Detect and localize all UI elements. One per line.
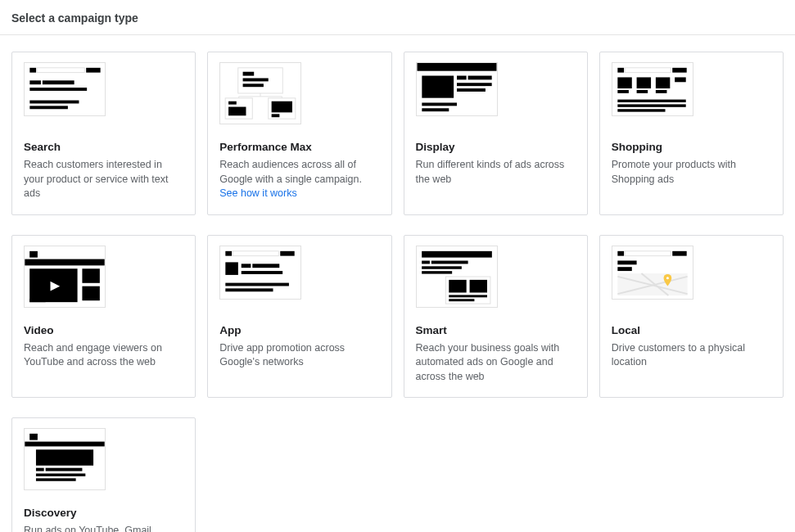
svg-rect-64 [422, 271, 452, 273]
svg-rect-40 [656, 90, 667, 93]
card-performance-max-desc: Reach audiences across all of Google wit… [219, 158, 379, 201]
thumb-performance-max [219, 62, 379, 133]
card-smart-desc: Reach your business goals with automated… [416, 341, 576, 385]
thumb-local [612, 246, 771, 316]
svg-rect-26 [468, 76, 491, 80]
card-shopping-desc: Promote your products with Shopping ads [612, 158, 771, 187]
svg-rect-30 [422, 108, 449, 111]
svg-rect-53 [280, 250, 294, 255]
svg-rect-38 [617, 90, 629, 93]
card-display-desc: Run different kinds of ads across the we… [416, 158, 576, 187]
card-app-desc: Drive app promotion across Google's netw… [219, 341, 379, 370]
svg-rect-84 [46, 468, 83, 471]
svg-rect-81 [25, 442, 104, 447]
svg-rect-12 [243, 83, 264, 87]
svg-rect-5 [43, 80, 75, 84]
thumb-app [219, 246, 379, 316]
svg-rect-69 [449, 299, 474, 301]
svg-rect-3 [86, 68, 100, 73]
card-search-desc: Reach customers interested in your produ… [24, 158, 183, 201]
thumb-display [416, 62, 576, 133]
svg-rect-7 [29, 101, 79, 104]
svg-rect-37 [675, 77, 686, 82]
svg-rect-11 [243, 79, 269, 82]
thumb-smart [416, 246, 576, 316]
svg-rect-44 [29, 250, 38, 257]
svg-rect-34 [617, 77, 631, 88]
svg-rect-28 [457, 88, 486, 92]
card-local-desc: Drive customers to a physical location [612, 341, 771, 370]
svg-rect-39 [636, 90, 648, 93]
svg-rect-58 [226, 282, 290, 286]
svg-rect-83 [36, 468, 44, 471]
card-shopping[interactable]: Shopping Promote your products with Shop… [599, 52, 784, 215]
svg-rect-29 [422, 102, 457, 106]
svg-rect-50 [82, 286, 99, 300]
svg-rect-2 [37, 68, 84, 73]
svg-rect-54 [226, 262, 239, 275]
card-video[interactable]: Video Reach and engage viewers on YouTub… [11, 235, 196, 399]
svg-rect-49 [82, 268, 99, 283]
pmax-see-how-link[interactable]: See how it works [219, 187, 296, 199]
svg-rect-70 [617, 250, 624, 255]
card-local[interactable]: Local Drive customers to a physical loca… [599, 235, 784, 399]
card-shopping-title: Shopping [612, 141, 771, 153]
svg-rect-36 [656, 77, 670, 88]
svg-rect-57 [242, 271, 282, 274]
svg-rect-80 [29, 434, 38, 440]
card-discovery-desc: Run ads on YouTube, Gmail, Discover, and… [24, 524, 183, 532]
svg-rect-41 [617, 100, 685, 102]
card-performance-max-title: Performance Max [219, 141, 379, 153]
thumb-shopping [612, 62, 771, 133]
svg-rect-24 [422, 76, 454, 98]
svg-rect-15 [228, 107, 246, 116]
svg-rect-42 [617, 104, 685, 106]
svg-rect-31 [617, 68, 624, 73]
svg-rect-73 [617, 260, 636, 264]
card-discovery[interactable]: Discovery Run ads on YouTube, Gmail, Dis… [11, 417, 196, 532]
thumb-discovery [24, 428, 183, 498]
svg-rect-60 [422, 250, 492, 257]
svg-rect-52 [233, 250, 278, 255]
svg-rect-63 [422, 266, 462, 268]
svg-rect-17 [272, 101, 292, 113]
svg-rect-25 [457, 76, 467, 80]
svg-rect-48 [29, 299, 45, 302]
card-local-title: Local [612, 324, 771, 336]
svg-rect-33 [672, 68, 686, 73]
svg-rect-51 [226, 250, 233, 255]
thumb-video [24, 246, 183, 316]
svg-rect-86 [36, 478, 76, 480]
svg-rect-27 [457, 83, 492, 86]
svg-point-79 [666, 277, 669, 279]
svg-rect-71 [625, 250, 671, 255]
pmax-desc-text: Reach audiences across all of Google wit… [219, 159, 362, 185]
svg-rect-67 [469, 279, 486, 292]
card-display[interactable]: Display Run different kinds of ads acros… [404, 52, 588, 215]
svg-rect-4 [29, 80, 41, 84]
card-app-title: App [219, 324, 379, 336]
svg-rect-74 [617, 267, 631, 271]
card-smart-title: Smart [416, 324, 576, 336]
card-performance-max[interactable]: Performance Max Reach audiences across a… [207, 52, 391, 215]
thumb-search [24, 62, 183, 133]
svg-rect-14 [228, 101, 237, 105]
svg-rect-59 [226, 288, 273, 291]
card-discovery-title: Discovery [24, 507, 183, 519]
svg-rect-66 [449, 279, 466, 292]
campaign-type-grid: Search Reach customers interested in you… [0, 35, 795, 532]
svg-rect-1 [29, 68, 36, 73]
svg-rect-55 [242, 264, 251, 268]
svg-rect-6 [29, 88, 87, 91]
card-smart[interactable]: Smart Reach your business goals with aut… [404, 235, 588, 399]
svg-rect-10 [243, 72, 255, 76]
svg-rect-45 [25, 259, 104, 265]
svg-rect-8 [29, 106, 68, 109]
svg-rect-61 [422, 260, 430, 264]
card-app[interactable]: App Drive app promotion across Google's … [207, 235, 391, 399]
svg-rect-18 [272, 114, 280, 117]
svg-rect-35 [636, 77, 650, 88]
card-display-title: Display [416, 141, 576, 153]
svg-rect-23 [417, 63, 496, 71]
card-search[interactable]: Search Reach customers interested in you… [11, 52, 196, 215]
